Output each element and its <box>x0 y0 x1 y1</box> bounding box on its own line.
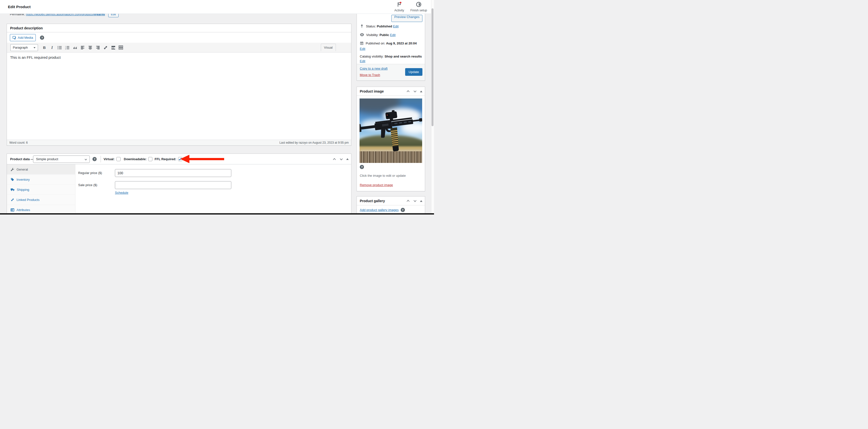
add-gallery-images-link[interactable]: Add product gallery images <box>360 208 399 212</box>
product-data-tabs: General Inventory Shipping <box>7 164 75 214</box>
page-title: Edit Product <box>8 0 31 14</box>
last-edited: Last edited by razoyo on August 23, 2023… <box>279 140 349 145</box>
numbered-list-icon: 1 2 3 <box>65 46 69 50</box>
editor-content[interactable]: This is an FFL required product <box>7 53 351 140</box>
move-down-icon[interactable] <box>413 199 417 203</box>
link-icon <box>103 46 108 50</box>
collapse-toggle-icon[interactable] <box>420 200 423 202</box>
downloadable-checkbox[interactable] <box>148 157 152 161</box>
read-more-icon <box>111 46 115 50</box>
published-edit-link[interactable]: Edit <box>360 47 365 51</box>
calendar-icon <box>360 41 364 45</box>
sale-price-label: Sale price ($) <box>78 181 97 189</box>
align-left-button[interactable] <box>80 45 86 51</box>
scrollbar-thumb[interactable] <box>432 8 434 126</box>
collapse-toggle-icon[interactable] <box>346 158 349 160</box>
sale-price-input[interactable] <box>115 181 231 189</box>
status-row: Status: Published Edit <box>360 24 423 28</box>
published-label: Published on: <box>366 41 385 45</box>
gallery-help-icon[interactable]: ? <box>401 208 405 212</box>
ffl-required-option: FFL Required: <box>155 154 182 164</box>
finish-setup-progress-icon <box>416 2 422 7</box>
align-center-button[interactable] <box>87 45 93 51</box>
read-more-tag-button[interactable] <box>110 45 116 51</box>
bottom-edge-strip <box>0 213 434 214</box>
word-count: Word count: 6 <box>9 140 28 145</box>
remove-product-image-link[interactable]: Remove product image <box>360 183 393 187</box>
product-type-select[interactable]: Simple product <box>33 155 90 163</box>
pin-icon <box>360 24 364 28</box>
bullet-list-icon <box>58 46 62 50</box>
product-image-thumbnail[interactable] <box>360 98 422 163</box>
tab-linked-products[interactable]: Linked Products <box>7 195 75 205</box>
product-type-help-icon[interactable]: ? <box>92 157 97 161</box>
tab-general[interactable]: General <box>7 164 75 174</box>
eye-icon <box>360 33 364 36</box>
finish-setup-button[interactable]: Finish setup <box>406 2 431 12</box>
blockquote-button[interactable] <box>72 45 78 51</box>
align-left-icon <box>81 46 85 49</box>
move-up-icon[interactable] <box>406 199 410 203</box>
activity-flag-icon <box>397 2 402 7</box>
tab-visual[interactable]: Visual <box>321 44 336 51</box>
rifle-photo-illustration <box>360 98 422 163</box>
product-description-title: Product description <box>7 24 351 32</box>
blockquote-icon <box>73 46 77 49</box>
visibility-value: Public <box>379 33 389 37</box>
editor-help-icon[interactable]: ? <box>40 35 44 40</box>
align-right-button[interactable] <box>95 45 101 51</box>
product-description-panel: Product description Add Media ? Visual T… <box>7 24 351 146</box>
visibility-row: Visibility: Public Edit <box>360 33 423 37</box>
tab-shipping[interactable]: Shipping <box>7 184 75 195</box>
product-data-panel: Product data — Simple product ? Virtual:… <box>7 153 351 214</box>
tag-icon <box>10 178 14 181</box>
preview-changes-button[interactable]: Preview Changes <box>391 15 423 22</box>
bold-button[interactable]: B <box>41 45 48 51</box>
editor-media-bar: Add Media ? Visual Text <box>7 32 351 43</box>
downloadable-option: Downloadable: <box>124 154 152 164</box>
move-down-icon[interactable] <box>339 157 343 161</box>
bullet-list-button[interactable] <box>57 45 63 51</box>
move-to-trash-link[interactable]: Move to Trash <box>360 73 380 77</box>
media-icon <box>12 36 16 39</box>
publish-panel: Preview Changes Status: Published Edit V… <box>356 11 425 81</box>
copy-to-draft-link[interactable]: Copy to a new draft <box>360 67 388 70</box>
catalog-label: Catalog visibility: <box>360 55 384 58</box>
virtual-label: Virtual: <box>103 157 115 161</box>
paragraph-style-select[interactable]: Paragraph <box>10 44 38 51</box>
published-edit-row: Edit <box>360 47 423 51</box>
status-edit-link[interactable]: Edit <box>393 24 399 28</box>
scrollbar-track[interactable] <box>431 0 434 214</box>
move-down-icon[interactable] <box>413 89 417 93</box>
downloadable-label: Downloadable: <box>124 157 147 161</box>
product-gallery-title: Product gallery <box>360 199 385 203</box>
regular-price-label: Regular price ($) <box>78 169 102 177</box>
numbered-list-button[interactable]: 1 2 3 <box>64 45 70 51</box>
virtual-checkbox[interactable] <box>116 157 121 161</box>
top-bar: Edit Product Activity Finish setup <box>0 0 434 14</box>
catalog-edit-link[interactable]: Edit <box>360 59 365 63</box>
product-image-help-icon[interactable]: ? <box>360 165 364 169</box>
annotation-arrow-icon <box>180 155 189 163</box>
visibility-edit-link[interactable]: Edit <box>390 33 396 37</box>
collapse-toggle-icon[interactable] <box>420 91 423 92</box>
chevron-down-icon <box>84 158 87 161</box>
link-icon <box>10 198 14 202</box>
regular-price-input[interactable] <box>115 169 231 177</box>
product-gallery-panel: Product gallery Add product gallery imag… <box>356 196 425 214</box>
add-media-button[interactable]: Add Media <box>10 34 36 41</box>
insert-link-button[interactable] <box>102 45 109 51</box>
editor-toolbar: Paragraph B I 1 2 3 <box>7 43 351 53</box>
align-right-icon <box>96 46 100 49</box>
tab-inventory[interactable]: Inventory <box>7 174 75 184</box>
italic-button[interactable]: I <box>49 45 55 51</box>
toolbar-toggle-button[interactable] <box>118 45 124 51</box>
ffl-required-label: FFL Required: <box>155 157 176 161</box>
update-button[interactable]: Update <box>405 68 423 76</box>
catalog-visibility-row: Catalog visibility: Shop and search resu… <box>360 54 423 63</box>
move-up-icon[interactable] <box>332 157 336 161</box>
move-up-icon[interactable] <box>406 89 410 93</box>
product-data-title: Product data <box>10 157 30 161</box>
keyboard-icon <box>119 46 123 50</box>
schedule-link[interactable]: Schedule <box>115 191 128 195</box>
